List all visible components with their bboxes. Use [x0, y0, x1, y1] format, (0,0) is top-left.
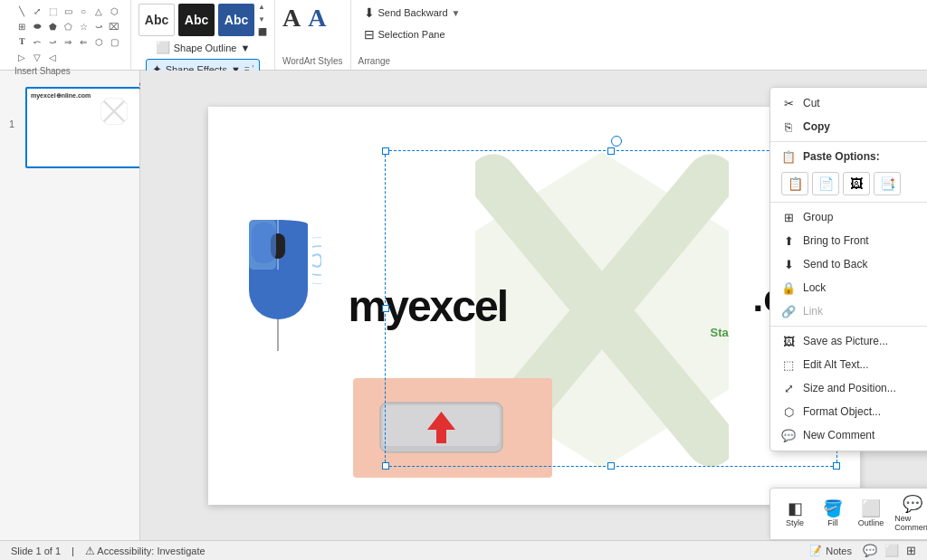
shape-icon-1[interactable]: ╲ [14, 4, 29, 18]
ribbon: ╲ ⤢ ⬚ ▭ ○ △ ⬡ ⊞ ⬬ ⬟ ⬠ ☆ ⤻ ⌧ 𝐓 ⤺ ⤻ ⇒ ⇐ ⬡ … [0, 0, 927, 71]
view-normal-icon[interactable]: ⬜ [884, 544, 899, 557]
notes-button[interactable]: 📝 Notes [806, 544, 855, 557]
mini-style-button[interactable]: ◧ Style [778, 497, 812, 531]
shape-icon-9[interactable]: ⬬ [30, 19, 44, 33]
style-box-dark[interactable]: Abc [178, 4, 215, 36]
ctx-link[interactable]: 🔗 Link › [770, 299, 927, 323]
send-backward-icon: ⬇ [364, 5, 375, 20]
send-backward-button[interactable]: ⬇ Send Backward ▼ [358, 4, 466, 22]
ctx-new-comment-label: New Comment [803, 429, 874, 441]
status-bar-right: 📝 Notes 💬 ⬜ ⊞ [806, 544, 916, 557]
ctx-edit-alt-text[interactable]: ⬚ Edit Alt Text... [770, 353, 927, 376]
ctx-save-picture-label: Save as Picture... [803, 335, 888, 347]
mouse-illustration [235, 184, 321, 383]
ctx-bring-to-front[interactable]: ⬆ Bring to Front › [770, 229, 927, 252]
shape-icon-16[interactable]: ⤺ [30, 34, 44, 49]
size-position-icon: ⤢ [781, 381, 796, 395]
shape-icon-21[interactable]: ▢ [107, 34, 121, 49]
ctx-copy[interactable]: ⎘ Copy [770, 115, 927, 138]
shape-icon-20[interactable]: ⬡ [91, 34, 106, 49]
shape-outline-arrow: ▼ [240, 43, 250, 53]
shape-icon-19[interactable]: ⇐ [76, 34, 91, 49]
selection-pane-icon: ⊟ [364, 27, 375, 42]
shape-icon-3[interactable]: ⬚ [45, 4, 60, 18]
handle-tl[interactable] [382, 147, 389, 155]
ctx-divider-3 [770, 326, 927, 327]
view-slide-sorter-icon[interactable]: ⊞ [906, 544, 916, 557]
wordart-letter-plain[interactable]: A [282, 4, 301, 33]
ctx-save-as-picture[interactable]: 🖼 Save as Picture... [770, 329, 927, 353]
slide-number-1: 1 [9, 119, 14, 129]
shape-icon-6[interactable]: △ [91, 4, 106, 18]
ctx-cut-label: Cut [803, 97, 820, 109]
shape-icon-23[interactable]: ▽ [30, 50, 44, 64]
slide-thumbnail-1[interactable]: myexcel⊕nline.com [25, 87, 140, 168]
shape-icon-12[interactable]: ☆ [76, 19, 91, 33]
shape-icon-4[interactable]: ▭ [61, 4, 75, 18]
shape-icon-2[interactable]: ⤢ [30, 4, 44, 18]
outline-icon: ⬜ [861, 500, 881, 517]
style-box-plain[interactable]: Abc [139, 4, 175, 36]
scroll-down[interactable]: ▼ [258, 16, 267, 24]
shapes-grid: ╲ ⤢ ⬚ ▭ ○ △ ⬡ ⊞ ⬬ ⬟ ⬠ ☆ ⤻ ⌧ 𝐓 ⤺ ⤻ ⇒ ⇐ ⬡ … [14, 4, 123, 64]
ctx-lock-label: Lock [803, 281, 826, 294]
shape-icon-17[interactable]: ⤻ [45, 34, 60, 49]
cut-icon: ✂ [781, 96, 796, 110]
shape-icon-7[interactable]: ⬡ [107, 4, 121, 18]
mini-format-toolbar: ◧ Style 🪣 Fill ⬜ Outline 💬 New Comment ✦… [769, 488, 927, 540]
ctx-paste-options-header: 📋 Paste Options: [770, 145, 927, 168]
ribbon-group-insert-shapes: ╲ ⤢ ⬚ ▭ ○ △ ⬡ ⊞ ⬬ ⬟ ⬠ ☆ ⤻ ⌧ 𝐓 ⤺ ⤻ ⇒ ⇐ ⬡ … [7, 0, 131, 70]
paste-btn-1[interactable]: 📋 [781, 172, 808, 195]
paste-btn-2[interactable]: 📄 [812, 172, 839, 195]
ctx-send-to-back[interactable]: ⬇ Send to Back › [770, 252, 927, 276]
keyboard-button [376, 398, 507, 461]
shape-icon-8[interactable]: ⊞ [14, 19, 29, 33]
mini-cross-svg [100, 98, 128, 125]
ctx-lock[interactable]: 🔒 Lock [770, 276, 927, 299]
slide-canvas-area: myexcel .com the crowd Sta [140, 71, 927, 540]
outline-label: Outline [858, 518, 884, 527]
wordart-letter-styled[interactable]: A [308, 4, 326, 33]
shape-icon-11[interactable]: ⬠ [61, 19, 75, 33]
ctx-new-comment[interactable]: 💬 New Comment [770, 423, 927, 447]
ctx-cut[interactable]: ✂ Cut [770, 91, 927, 115]
paste-btn-3[interactable]: 🖼 [843, 172, 870, 195]
shape-icon-5[interactable]: ○ [76, 4, 91, 18]
scroll-more[interactable]: ⬛ [258, 29, 267, 36]
slide-canvas[interactable]: myexcel .com the crowd Sta [208, 107, 860, 505]
shape-outline-icon: ⬜ [156, 41, 170, 54]
style-scroll: ▲ ▼ ⬛ [258, 4, 267, 36]
fill-label: Fill [827, 518, 838, 527]
style-box-blue[interactable]: Abc [218, 4, 254, 36]
mini-outline-button[interactable]: ⬜ Outline [854, 497, 888, 531]
shape-icon-15[interactable]: 𝐓 [14, 34, 29, 49]
mini-logo-text: myexcel⊕nline.com [31, 92, 91, 100]
shape-outline-button[interactable]: ⬜ Shape Outline ▼ [150, 38, 256, 57]
shape-icon-18[interactable]: ⇒ [61, 34, 75, 49]
selection-pane-button[interactable]: ⊟ Selection Pane [358, 25, 466, 43]
rotation-handle[interactable] [611, 136, 622, 147]
lock-icon: 🔒 [781, 280, 796, 295]
ctx-format-object[interactable]: ⬡ Format Object... [770, 400, 927, 423]
shape-icon-14[interactable]: ⌧ [107, 19, 121, 33]
mini-new-comment-button[interactable]: 💬 New Comment [892, 492, 927, 536]
alt-text-icon: ⬚ [781, 357, 796, 372]
handle-br[interactable] [833, 462, 840, 470]
status-divider-1: | [72, 546, 74, 556]
ctx-alt-text-label: Edit Alt Text... [803, 358, 868, 371]
shape-icon-10[interactable]: ⬟ [45, 19, 60, 33]
comments-icon[interactable]: 💬 [863, 544, 877, 557]
ctx-size-position[interactable]: ⤢ Size and Position... [770, 376, 927, 400]
shape-icon-22[interactable]: ▷ [14, 50, 29, 64]
scroll-up[interactable]: ▲ [258, 4, 267, 11]
shape-icon-13[interactable]: ⤻ [91, 19, 106, 33]
ctx-group[interactable]: ⊞ Group › [770, 205, 927, 229]
shape-icon-24[interactable]: ◁ [45, 50, 60, 64]
svg-rect-10 [252, 223, 276, 263]
mini-fill-button[interactable]: 🪣 Fill [816, 497, 850, 531]
paste-btn-4[interactable]: 📑 [874, 172, 901, 195]
slide-1-container: 1 myexcel⊕nline.com [25, 87, 132, 168]
ctx-copy-label: Copy [803, 120, 830, 133]
paste-icon: 📋 [781, 149, 796, 164]
accessibility-status: ⚠ Accessibility: Investigate [85, 545, 205, 557]
